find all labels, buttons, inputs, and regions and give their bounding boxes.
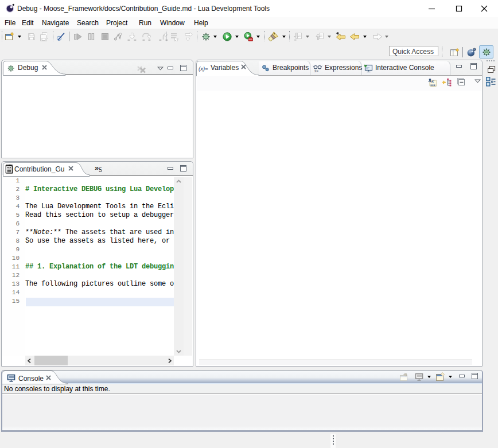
- svg-text:(x)=: (x)=: [199, 65, 208, 72]
- svg-text:K: K: [431, 80, 434, 84]
- svg-text:x=: x=: [314, 69, 318, 73]
